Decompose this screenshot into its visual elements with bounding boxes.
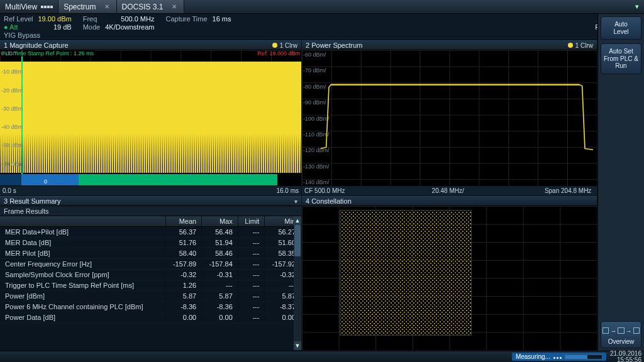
table-row[interactable]: Center Frequency Error [Hz]-157.89-157.8…	[0, 259, 301, 270]
datetime-display: 21.09.2016 15:55:56	[610, 351, 641, 363]
table-row[interactable]: Power 6 MHz Channel containing PLC [dBm]…	[0, 302, 301, 312]
table-row[interactable]: Power Data [dB]0.000.00---0.00	[0, 312, 301, 323]
progress-bar	[565, 354, 602, 359]
table-row[interactable]: Sample/Symbol Clock Error [ppm]-0.32-0.3…	[0, 270, 301, 280]
magnitude-y-labels: 0 dBm-10 dBm-20 dBm-30 dBm-40 dBm-50 dBm…	[1, 50, 23, 185]
panel4-titlebar[interactable]: 4 Constellation	[302, 196, 597, 206]
table-row[interactable]: MER Data+Pilot [dB]56.3756.48---56.27	[0, 227, 301, 238]
table-cell: -157.84	[202, 259, 238, 270]
table-cell: ---	[238, 259, 265, 270]
table-cell: ---	[238, 238, 265, 248]
cf-label: CF 500.0 MHz	[304, 187, 400, 194]
freq-value: 500.0 MHz	[105, 15, 154, 23]
table-cell: 1.26	[165, 280, 202, 291]
overview-button[interactable]: →→ Overview	[601, 321, 641, 348]
span-label: Span 204.8 MHz	[496, 187, 591, 194]
tab-label: MultiView	[5, 3, 37, 11]
table-cell: ---	[238, 270, 265, 280]
tab-docsis[interactable]: DOCSIS 3.1 ✕	[117, 0, 184, 13]
table-cell: 58.46	[202, 248, 238, 259]
x-right-label: 16.0 ms	[276, 187, 299, 194]
status-bar: Measuring... 21.09.2016 15:55:56	[0, 351, 644, 362]
magnitude-x-axis: 0.0 s 16.0 ms	[0, 185, 301, 195]
tabbar-menu-button[interactable]: ▾	[630, 0, 644, 13]
results-table: Mean Max Limit Min MER Data+Pilot [dB]56…	[0, 216, 301, 323]
multiview-grid-icon	[41, 6, 53, 8]
time-value: 15:55:56	[610, 357, 641, 363]
panel-title: 4 Constellation	[306, 197, 352, 205]
magnitude-plot[interactable]: PLC Time Stamp Ref Point : 1.26 ms Ref: …	[0, 50, 301, 195]
spectrum-plot[interactable]: -60 dBm/-70 dBm/-80 dBm/-90 dBm/-100 dBm…	[302, 50, 597, 195]
close-icon[interactable]: ✕	[170, 3, 179, 11]
auto-level-button[interactable]: Auto Level	[601, 16, 641, 40]
tab-multiview[interactable]: MultiView	[0, 0, 58, 13]
acquisition-info-bar: Ref Level 19.00 dBm ● Att 19 dB YIG Bypa…	[0, 14, 644, 40]
panel-magnitude-capture[interactable]: 1 Magnitude Capture 1 Clrw PLC Time Stam…	[0, 40, 302, 196]
col-name[interactable]	[0, 216, 165, 227]
constellation-points	[340, 210, 472, 336]
att-label: ● Att	[4, 23, 33, 31]
table-cell: 58.40	[165, 248, 202, 259]
table-cell: Power [dBm]	[0, 291, 165, 302]
panel-title: 2 Power Spectrum	[306, 41, 362, 49]
table-cell: 5.87	[202, 291, 238, 302]
panel-menu-icon[interactable]: ▾	[294, 198, 297, 205]
table-row[interactable]: MER Data [dB]51.7651.94---51.60	[0, 238, 301, 248]
overview-icon: →→	[602, 324, 640, 337]
col-mean[interactable]: Mean	[165, 216, 202, 227]
table-cell: 51.76	[165, 238, 202, 248]
close-icon[interactable]: ✕	[103, 3, 111, 11]
table-cell: ---	[238, 291, 265, 302]
table-cell: Center Frequency Error [Hz]	[0, 259, 165, 270]
col-limit[interactable]: Limit	[238, 216, 265, 227]
frame-timeline: 0	[0, 174, 301, 185]
table-cell: Power Data [dB]	[0, 312, 165, 323]
table-cell: -0.31	[202, 270, 238, 280]
scroll-up-icon[interactable]: ▲	[294, 216, 301, 225]
ref-level-value: 19.00 dBm	[38, 15, 71, 23]
tab-label: Spectrum	[64, 3, 96, 11]
table-cell: Power 6 MHz Channel containing PLC [dBm]	[0, 302, 165, 312]
table-row[interactable]: MER Pilot [dB]58.4058.46---58.35	[0, 248, 301, 259]
panel-power-spectrum[interactable]: 2 Power Spectrum 1 Clrw -60 dBm/-70 dBm/…	[302, 40, 597, 196]
softkey-sidebar: Auto Level Auto Set From PLC & Run →→ Ov…	[597, 14, 644, 351]
table-cell: Trigger to PLC Time Stamp Ref Point [ms]	[0, 280, 165, 291]
constellation-plot[interactable]	[302, 206, 597, 350]
table-cell: ---	[238, 280, 265, 291]
col-max[interactable]: Max	[202, 216, 238, 227]
step-label: 20.48 MHz/	[400, 187, 496, 194]
table-cell: MER Data [dB]	[0, 238, 165, 248]
capture-time-value: 16 ms	[213, 15, 231, 23]
results-scrollbar[interactable]: ▲ ▼	[294, 216, 301, 350]
table-cell: MER Data+Pilot [dB]	[0, 227, 165, 238]
panel-title: 3 Result Summary	[4, 197, 60, 205]
auto-set-plc-button[interactable]: Auto Set From PLC & Run	[601, 43, 641, 74]
mode-value: 4K/Downstream	[105, 23, 154, 31]
table-cell: ---	[238, 302, 265, 312]
panel3-titlebar[interactable]: 3 Result Summary ▾	[0, 196, 301, 206]
panel-grid: 1 Magnitude Capture 1 Clrw PLC Time Stam…	[0, 40, 597, 351]
panel1-titlebar[interactable]: 1 Magnitude Capture 1 Clrw	[0, 40, 301, 50]
table-cell: -8.36	[165, 302, 202, 312]
trace-label: 1 Clrw	[280, 42, 297, 49]
progress-dots-icon	[553, 353, 562, 360]
trace-label: 1 Clrw	[575, 42, 593, 49]
trace-dot-icon	[272, 43, 277, 48]
panel-constellation[interactable]: 4 Constellation	[302, 196, 597, 351]
scroll-down-icon[interactable]: ▼	[294, 341, 301, 350]
panel2-titlebar[interactable]: 2 Power Spectrum 1 Clrw	[302, 40, 597, 50]
ref-level-label: Ref Level	[4, 15, 33, 23]
table-row[interactable]: Trigger to PLC Time Stamp Ref Point [ms]…	[0, 280, 301, 291]
tab-label: DOCSIS 3.1	[122, 3, 164, 11]
date-value: 21.09.2016	[610, 351, 641, 357]
tab-spectrum[interactable]: Spectrum ✕	[58, 0, 116, 13]
yig-bypass-label: YIG Bypass	[4, 31, 72, 39]
results-table-wrapper: Mean Max Limit Min MER Data+Pilot [dB]56…	[0, 216, 301, 350]
panel-result-summary[interactable]: 3 Result Summary ▾ Frame Results Mean Ma…	[0, 196, 302, 351]
table-cell: -8.36	[202, 302, 238, 312]
scroll-thumb[interactable]	[294, 225, 301, 256]
table-row[interactable]: Power [dBm]5.875.87---5.87	[0, 291, 301, 302]
table-cell: ---	[238, 312, 265, 323]
att-value: 19 dB	[38, 23, 71, 31]
trace-dot-icon	[568, 43, 573, 48]
